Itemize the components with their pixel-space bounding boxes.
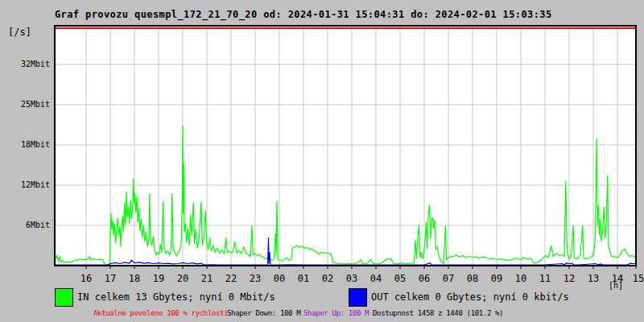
x-tick-label: 09	[486, 273, 507, 284]
x-tick-label: 02	[317, 273, 338, 284]
x-tick-label: 17	[100, 273, 121, 284]
allowed-speed-text: Aktualne povoleno 100 % rychlosti	[93, 309, 228, 317]
traffic-graph-page: Graf provozu quesmpl_172_21_70_20 od: 20…	[0, 0, 644, 322]
shaper-up-text: Shaper Up: 100 M	[303, 309, 369, 317]
x-tick-label: 12	[559, 273, 580, 284]
y-tick-label: 32Mbit	[3, 60, 50, 68]
shaper-down-text: Shaper Down: 100 M	[227, 309, 300, 317]
legend-swatch-in	[55, 288, 73, 307]
availability-text: Dostupnost 1458 z 1440 (101.2 %)	[373, 309, 503, 317]
x-tick-label: 06	[414, 273, 435, 284]
legend-swatch-out	[349, 288, 367, 307]
x-tick-label: 16	[76, 273, 97, 284]
x-tick-label: 20	[172, 273, 193, 284]
legend-label-in: IN celkem 13 Gbytes; nyní 0 Mbit/s	[77, 291, 275, 303]
x-axis-unit-label: [h]	[609, 281, 623, 290]
x-tick-label: 11	[535, 273, 555, 284]
x-tick-label: 18	[124, 273, 145, 284]
x-tick-label: 05	[390, 273, 411, 284]
x-tick-label: 15	[628, 273, 644, 284]
y-tick-label: 6Mbit	[3, 221, 50, 229]
y-tick-label: 25Mbit	[3, 100, 50, 109]
legend-label-out: OUT celkem 0 Gbytes; nyní 0 kbit/s	[371, 291, 569, 303]
x-tick-label: 10	[510, 273, 531, 284]
x-tick-label: 22	[221, 273, 242, 284]
y-tick-label: 12Mbit	[3, 180, 50, 189]
x-tick-label: 13	[583, 273, 604, 284]
x-tick-label: 07	[438, 273, 459, 284]
x-tick-label: 21	[196, 273, 217, 284]
x-tick-label: 01	[293, 273, 314, 284]
x-tick-label: 23	[245, 273, 266, 284]
x-tick-label: 00	[269, 273, 290, 284]
x-tick-label: 03	[341, 273, 362, 284]
y-tick-label: 18Mbit	[3, 140, 50, 149]
x-tick-label: 08	[462, 273, 483, 284]
x-tick-label: 19	[148, 273, 169, 284]
x-tick-label: 04	[365, 273, 386, 284]
